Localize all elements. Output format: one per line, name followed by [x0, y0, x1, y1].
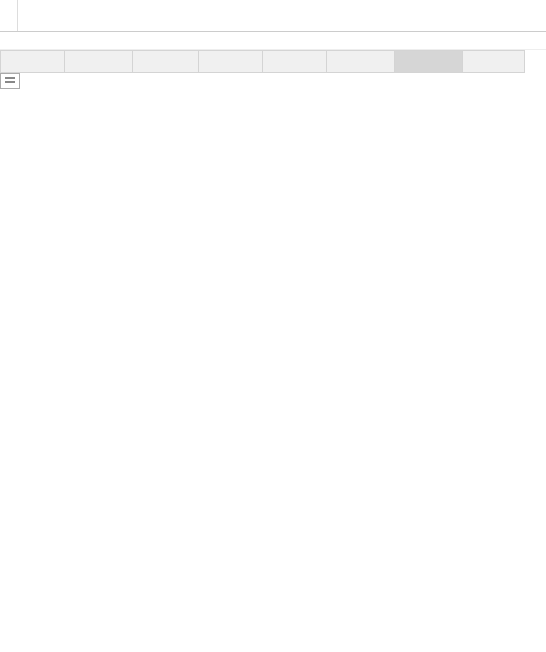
col-header-I[interactable] — [327, 51, 395, 73]
formula-bar[interactable] — [0, 0, 546, 32]
ribbon-spacer — [0, 32, 546, 50]
col-header-G[interactable] — [199, 51, 263, 73]
col-header-H[interactable] — [263, 51, 327, 73]
col-header-D[interactable] — [1, 51, 65, 73]
col-header-E[interactable] — [65, 51, 133, 73]
column-header-row[interactable] — [1, 51, 525, 73]
paste-options-icon[interactable] — [0, 73, 20, 89]
formula-bar-divider — [0, 0, 18, 31]
col-header-J[interactable] — [395, 51, 463, 73]
worksheet[interactable] — [0, 50, 546, 73]
col-header-K[interactable] — [463, 51, 525, 73]
grid-table[interactable] — [0, 50, 525, 73]
col-header-F[interactable] — [133, 51, 199, 73]
